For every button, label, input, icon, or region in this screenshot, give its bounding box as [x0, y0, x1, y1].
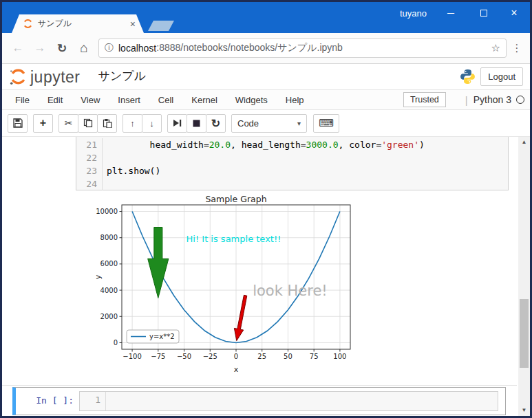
code-line: 24 [76, 177, 508, 190]
window-user-label: tuyano [400, 8, 427, 19]
stop-kernel-button[interactable] [187, 114, 206, 133]
code-line: 22 [76, 151, 508, 164]
url-host: localhost [118, 43, 156, 54]
jupyter-logo-icon [9, 67, 28, 86]
cut-cell-button[interactable]: ✂ [58, 114, 78, 133]
code-cell-input[interactable]: 21 head_width=20.0, head_length=3000.0, … [76, 137, 509, 190]
browser-tab[interactable]: サンプル × [12, 14, 144, 33]
close-button[interactable]: × [504, 5, 524, 21]
svg-text:50: 50 [284, 353, 292, 360]
logout-button[interactable]: Logout [480, 67, 523, 86]
matplotlib-output-plot: Hi! It is sample text!!look Here!−100−75… [93, 195, 379, 376]
menu-edit[interactable]: Edit [39, 95, 72, 105]
menu-insert[interactable]: Insert [109, 95, 149, 105]
menu-view[interactable]: View [72, 95, 109, 105]
home-icon[interactable]: ⌂ [75, 41, 93, 56]
browser-menu-icon[interactable]: ⋮ [511, 42, 523, 54]
line-number: 24 [76, 177, 103, 190]
scroll-up-icon[interactable]: ▲ [518, 137, 530, 148]
line-number: 1 [80, 392, 106, 410]
svg-text:0: 0 [114, 339, 118, 346]
notebook-content: 21 head_width=20.0, head_length=3000.0, … [2, 137, 530, 416]
back-icon[interactable]: ← [9, 41, 27, 55]
command-palette-button[interactable]: ⌨ [313, 114, 339, 133]
bookmark-star-icon[interactable]: ☆ [491, 42, 500, 54]
maximize-icon [480, 10, 487, 16]
svg-text:−50: −50 [177, 353, 191, 360]
code-text [103, 177, 107, 190]
copy-icon [83, 118, 93, 128]
svg-text:0: 0 [234, 353, 238, 360]
chevron-down-icon: ▾ [297, 120, 301, 127]
line-number: 21 [76, 138, 103, 151]
scroll-down-icon[interactable]: ▼ [518, 405, 530, 416]
browser-window: tuyano ─ × サンプル × ← → ↻ ⌂ ⓘ localhost:88… [0, 0, 532, 418]
menu-file[interactable]: File [6, 95, 39, 105]
svg-text:−25: −25 [203, 353, 217, 360]
notebook-title[interactable]: サンプル [98, 68, 147, 85]
vertical-scrollbar[interactable]: ▲ ▼ [518, 137, 530, 416]
svg-text:75: 75 [310, 353, 319, 360]
stop-icon [193, 120, 200, 127]
copy-cell-button[interactable] [78, 114, 98, 133]
kernel-separator: | [465, 94, 468, 106]
code-text [103, 151, 107, 164]
code-text: head_width=20.0, head_length=3000.0, col… [103, 138, 425, 151]
svg-text:y: y [94, 274, 103, 279]
menu-kernel[interactable]: Kernel [182, 95, 226, 105]
cell-type-select[interactable]: Code ▾ [231, 114, 307, 133]
scrollbar-thumb[interactable] [520, 299, 529, 368]
paste-icon [103, 118, 112, 128]
input-prompt: In [ ]: [16, 388, 79, 415]
menu-help[interactable]: Help [277, 95, 313, 105]
svg-text:8000: 8000 [100, 234, 118, 241]
run-cell-button[interactable] [167, 114, 187, 133]
svg-text:x: x [234, 365, 239, 374]
browser-titlebar: tuyano ─ × サンプル × [2, 2, 530, 33]
restart-kernel-button[interactable]: ↻ [206, 114, 226, 133]
move-cell-down-button[interactable]: ↓ [142, 114, 162, 133]
svg-text:100: 100 [333, 353, 346, 360]
minimize-button[interactable]: ─ [440, 5, 461, 21]
notebook-header: jupyter サンプル Logout [2, 64, 530, 90]
notebook-end-divider [2, 385, 517, 386]
kernel-status-icon [516, 96, 524, 104]
save-button[interactable] [8, 114, 28, 133]
address-bar[interactable]: ⓘ localhost:8888/notebooks/notebooks/サンプ… [98, 38, 507, 58]
kernel-name: Python 3 [474, 94, 511, 105]
svg-text:y=x**2: y=x**2 [149, 333, 175, 340]
reload-icon[interactable]: ↻ [53, 41, 71, 56]
forward-icon[interactable]: → [31, 41, 49, 55]
code-line: 23 plt.show() [76, 164, 508, 177]
menu-widgets[interactable]: Widgets [226, 95, 277, 105]
save-icon [13, 118, 23, 128]
code-line: 21 head_width=20.0, head_length=3000.0, … [76, 138, 508, 151]
url-path: :8888/notebooks/notebooks/サンプル.ipynb [156, 42, 343, 54]
jupyter-logo[interactable]: jupyter [9, 67, 81, 86]
svg-text:−100: −100 [123, 353, 141, 360]
tab-close-icon[interactable]: × [130, 19, 136, 30]
paste-cell-button[interactable] [97, 114, 117, 133]
jupyter-logo-text: jupyter [30, 68, 81, 86]
site-info-icon[interactable]: ⓘ [105, 42, 114, 54]
notebook-menubar: File Edit View Insert Cell Kernel Widget… [2, 90, 530, 110]
move-cell-up-button[interactable]: ↑ [123, 114, 142, 133]
svg-text:2000: 2000 [100, 313, 118, 320]
empty-cell-editor[interactable]: 1 [79, 391, 498, 411]
svg-text:10000: 10000 [96, 208, 118, 215]
code-text: plt.show() [103, 164, 160, 177]
svg-text:Hi! It is sample text!!: Hi! It is sample text!! [187, 234, 281, 244]
menu-cell[interactable]: Cell [149, 95, 182, 105]
selected-empty-cell[interactable]: In [ ]: 1 [12, 387, 506, 415]
browser-toolbar: ← → ↻ ⌂ ⓘ localhost:8888/notebooks/noteb… [2, 33, 530, 64]
cell-type-value: Code [237, 118, 259, 129]
svg-text:−75: −75 [151, 353, 165, 360]
run-icon [173, 119, 182, 127]
notebook-toolbar: + ✂ ↑ ↓ [2, 110, 530, 137]
maximize-button[interactable] [474, 5, 494, 21]
add-cell-button[interactable]: + [33, 114, 53, 133]
svg-text:4000: 4000 [100, 287, 118, 294]
python-logo-icon [459, 68, 476, 85]
line-number: 22 [76, 151, 103, 164]
new-tab-button[interactable] [148, 21, 174, 31]
